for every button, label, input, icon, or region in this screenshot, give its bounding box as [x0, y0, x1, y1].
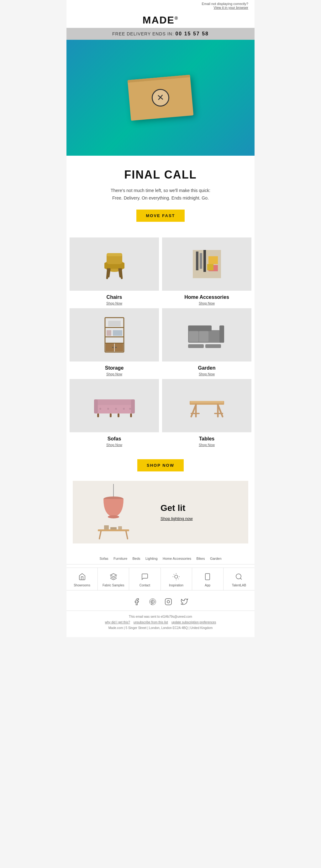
delivery-banner: FREE DELIVERY ENDS IN: 00 15 57 58 — [66, 28, 255, 40]
svg-rect-10 — [200, 253, 202, 269]
showrooms-icon — [68, 573, 96, 582]
svg-rect-63 — [118, 526, 122, 529]
instagram-icon[interactable] — [164, 598, 173, 608]
svg-point-35 — [99, 408, 101, 410]
svg-point-36 — [107, 408, 109, 410]
svg-rect-17 — [105, 336, 124, 337]
pinterest-icon[interactable] — [148, 598, 157, 608]
footer-bottom-text: This email was sent to el1l4b79s@ureed.c… — [66, 611, 255, 637]
storage-image — [69, 308, 159, 362]
chairs-category-name: Chairs — [69, 294, 159, 300]
chairs-shop-now[interactable]: Shop Now — [69, 301, 159, 305]
facebook-icon[interactable] — [132, 598, 141, 608]
svg-line-68 — [178, 579, 178, 579]
svg-rect-14 — [207, 264, 213, 270]
fabric-samples-label: Fabric Samples — [103, 584, 124, 587]
svg-rect-25 — [113, 330, 122, 336]
svg-point-39 — [129, 408, 131, 410]
garden-image — [162, 308, 252, 362]
svg-rect-46 — [130, 413, 132, 417]
svg-rect-12 — [208, 256, 218, 264]
delivery-label: FREE DELIVERY ENDS IN: — [112, 31, 174, 36]
brand-name: MADE® — [66, 14, 255, 26]
svg-rect-16 — [105, 327, 124, 328]
footer-link-lighting[interactable]: Lighting — [145, 557, 158, 560]
get-lit-image-left — [73, 481, 154, 544]
svg-rect-40 — [94, 399, 135, 405]
garden-shop-now[interactable]: Shop Now — [162, 372, 252, 376]
svg-point-22 — [115, 347, 117, 348]
svg-line-67 — [174, 574, 174, 575]
countdown-timer: 00 15 57 58 — [175, 31, 209, 36]
app-icon — [194, 573, 222, 582]
svg-line-59 — [99, 531, 101, 539]
shop-now-center: SHOP NOW — [66, 453, 255, 481]
svg-point-21 — [112, 347, 114, 348]
footer-link-furniture[interactable]: Furniture — [114, 557, 127, 560]
svg-rect-42 — [131, 399, 135, 413]
footer-icon-fabric-samples[interactable]: Fabric Samples — [98, 568, 129, 590]
hero-image: ✕ — [66, 40, 255, 156]
get-lit-text-right: Get lit Shop lighting now — [154, 481, 248, 544]
sofa-image — [69, 379, 159, 432]
footer-icon-contact[interactable]: Contact — [129, 568, 160, 590]
sofas-shop-now[interactable]: Shop Now — [69, 443, 159, 447]
svg-line-74 — [240, 578, 242, 579]
svg-point-64 — [175, 575, 178, 578]
final-call-title: FINAL CALL — [73, 168, 248, 181]
bottom-email-line: This email was sent to el1l4b79s@ureed.c… — [73, 614, 248, 620]
shop-lighting-link[interactable]: Shop lighting now — [160, 516, 193, 521]
footer-link-garden[interactable]: Garden — [210, 557, 222, 560]
storage-shop-now[interactable]: Shop Now — [69, 372, 159, 376]
twitter-icon[interactable] — [180, 598, 189, 608]
footer-icon-talentlab[interactable]: TalentLAB — [224, 568, 255, 590]
final-call-body: There's not much time left, so we'll mak… — [73, 187, 248, 202]
contact-icon — [131, 573, 158, 582]
footer-icon-showrooms[interactable]: Showrooms — [66, 568, 98, 590]
svg-rect-32 — [188, 344, 204, 348]
box-illustration: ✕ — [127, 75, 194, 121]
footer-icon-app[interactable]: App — [192, 568, 224, 590]
svg-rect-3 — [107, 253, 122, 256]
table-illustration — [186, 392, 227, 420]
sofas-category-name: Sofas — [69, 436, 159, 442]
shop-now-button[interactable]: SHOP NOW — [137, 459, 184, 471]
app-label: App — [205, 584, 210, 587]
tables-category-name: Tables — [162, 436, 252, 442]
footer-icon-bar: Showrooms Fabric Samples Contact Inspira… — [66, 567, 255, 590]
svg-rect-24 — [107, 330, 111, 336]
product-cell-sofas: Sofas Shop Now — [69, 379, 159, 447]
why-did-i-get-link[interactable]: why did I get this? — [105, 621, 130, 624]
garden-category-name: Garden — [162, 365, 252, 371]
footer-icon-inspiration[interactable]: Inspiration — [161, 568, 192, 590]
social-icons-bar — [66, 594, 255, 611]
footer-link-sofas[interactable]: Sofas — [99, 557, 108, 560]
header-logo: MADE® — [66, 11, 255, 28]
update-preferences-link[interactable]: update subscription preferences — [172, 621, 216, 624]
lighting-illustration — [95, 484, 132, 540]
footer-link-bikes[interactable]: Bikes — [197, 557, 205, 560]
svg-rect-44 — [110, 413, 112, 417]
footer-link-beds[interactable]: Beds — [132, 557, 140, 560]
art-illustration — [189, 247, 224, 281]
move-fast-button[interactable]: MOVE FAST — [136, 210, 184, 222]
unsubscribe-link[interactable]: unsubscribe from this list — [134, 621, 168, 624]
inspiration-icon — [163, 573, 190, 582]
svg-rect-75 — [165, 599, 172, 605]
showrooms-label: Showrooms — [74, 584, 90, 587]
svg-rect-41 — [94, 399, 98, 413]
tables-shop-now[interactable]: Shop Now — [162, 443, 252, 447]
contact-label: Contact — [140, 584, 150, 587]
fabric-samples-icon — [99, 573, 127, 582]
top-bar: Email not displaying correctly? View it … — [66, 0, 255, 11]
accessories-shop-now[interactable]: Shop Now — [162, 301, 252, 305]
svg-rect-28 — [188, 326, 212, 331]
svg-point-57 — [108, 515, 119, 519]
footer-link-home-accessories[interactable]: Home Accessories — [163, 557, 191, 560]
svg-rect-45 — [118, 413, 119, 417]
svg-rect-58 — [98, 529, 129, 531]
view-in-browser-link[interactable]: View it in your browser — [214, 6, 248, 9]
product-cell-storage: Storage Shop Now — [69, 308, 159, 376]
svg-point-73 — [236, 574, 241, 579]
svg-point-37 — [115, 408, 117, 410]
